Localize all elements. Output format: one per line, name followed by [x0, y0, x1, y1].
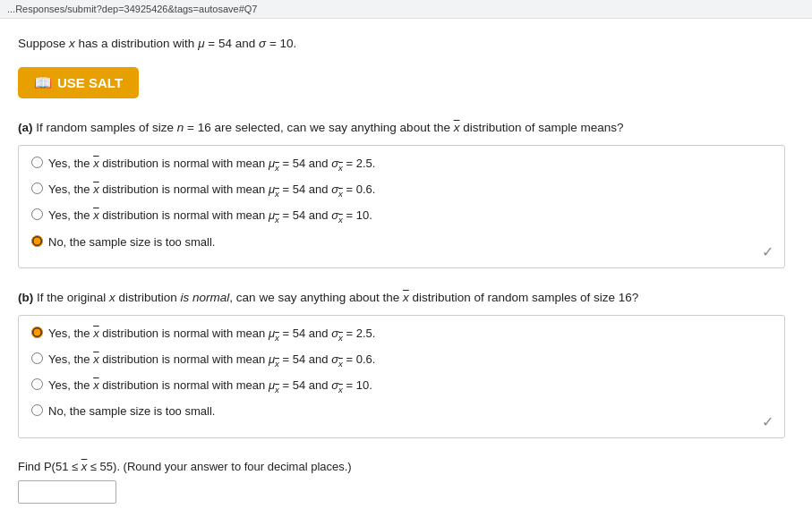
part-a-option-2-text: Yes, the x distribution is normal with m…	[48, 181, 375, 200]
part-a-option-4-text: No, the sample size is too small.	[48, 233, 215, 251]
part-b-radio-2[interactable]	[31, 352, 43, 364]
part-a-section: (a) If random samples of size n = 16 are…	[18, 118, 785, 268]
part-a-radio-1[interactable]	[31, 157, 43, 168]
part-b-option-1[interactable]: Yes, the x distribution is normal with m…	[31, 325, 772, 344]
part-b-option-2[interactable]: Yes, the x distribution is normal with m…	[31, 351, 772, 370]
part-b-option-3[interactable]: Yes, the x distribution is normal with m…	[31, 377, 772, 396]
find-p-label: Find P(51 ≤ x ≤ 55). (Round your answer …	[18, 458, 785, 476]
part-b-radio-3[interactable]	[31, 378, 43, 390]
part-a-option-3-text: Yes, the x distribution is normal with m…	[48, 207, 372, 226]
part-b-option-3-text: Yes, the x distribution is normal with m…	[48, 377, 372, 396]
part-a-question: (a) If random samples of size n = 16 are…	[18, 118, 785, 138]
part-a-radio-4[interactable]	[31, 235, 43, 247]
part-a-option-2[interactable]: Yes, the x distribution is normal with m…	[31, 181, 772, 200]
find-p-section: Find P(51 ≤ x ≤ 55). (Round your answer …	[18, 458, 785, 505]
part-b-radio-1[interactable]	[31, 327, 43, 338]
find-p-input[interactable]	[18, 480, 116, 504]
part-b-option-4[interactable]: No, the sample size is too small.	[31, 403, 772, 420]
part-a-option-4[interactable]: No, the sample size is too small.	[31, 233, 772, 251]
part-a-option-1[interactable]: Yes, the x distribution is normal with m…	[31, 155, 772, 174]
intro-text: Suppose x has a distribution with μ = 54…	[18, 35, 785, 53]
book-icon: 📖	[34, 74, 52, 91]
part-b-checkmark: ✓	[762, 413, 774, 430]
use-salt-label: USE SALT	[57, 75, 123, 90]
use-salt-button[interactable]: 📖 USE SALT	[18, 67, 139, 98]
part-b-option-2-text: Yes, the x distribution is normal with m…	[48, 351, 375, 370]
part-a-radio-3[interactable]	[31, 208, 43, 220]
part-b-radio-4[interactable]	[31, 404, 43, 416]
part-a-options-box: Yes, the x distribution is normal with m…	[18, 145, 785, 268]
part-a-radio-2[interactable]	[31, 182, 43, 194]
part-a-option-3[interactable]: Yes, the x distribution is normal with m…	[31, 207, 772, 226]
part-a-checkmark: ✓	[762, 243, 774, 260]
part-a-option-1-text: Yes, the x distribution is normal with m…	[48, 155, 375, 174]
url-bar: ...Responses/submit?dep=34925426&tags=au…	[0, 0, 812, 19]
part-b-option-4-text: No, the sample size is too small.	[48, 403, 215, 420]
part-b-option-1-text: Yes, the x distribution is normal with m…	[48, 325, 375, 344]
part-b-options-box: Yes, the x distribution is normal with m…	[18, 315, 785, 438]
part-b-question: (b) If the original x distribution is no…	[18, 288, 785, 308]
part-b-section: (b) If the original x distribution is no…	[18, 288, 785, 438]
